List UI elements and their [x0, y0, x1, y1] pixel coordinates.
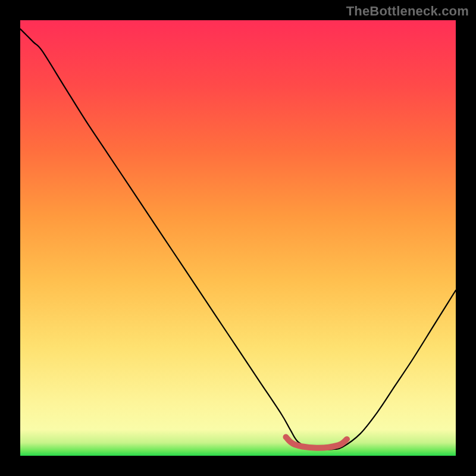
watermark-text: TheBottleneck.com — [346, 4, 469, 19]
bottleneck-curve — [20, 29, 456, 450]
chart-frame: TheBottleneck.com — [0, 0, 476, 476]
chart-plot-area — [20, 20, 456, 456]
chart-svg — [20, 20, 456, 456]
